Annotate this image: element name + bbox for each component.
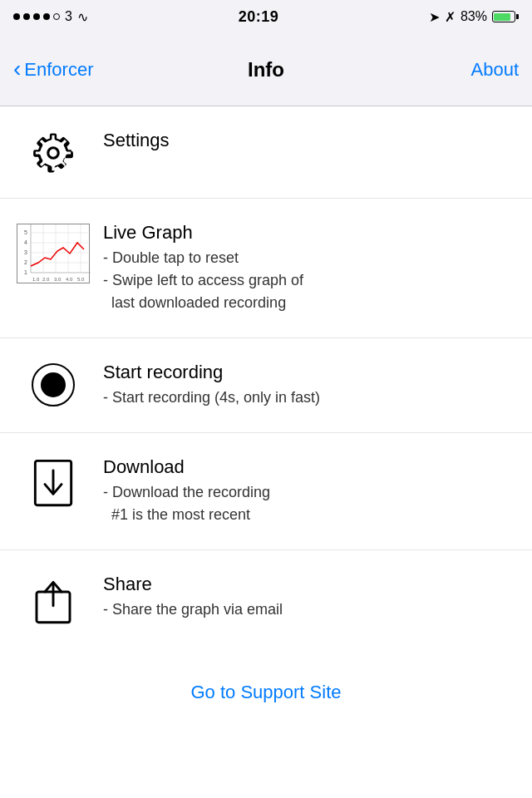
content-area: Settings (0, 106, 532, 798)
svg-text:2: 2 (24, 259, 27, 265)
nav-bar: ‹ Enforcer Info About (0, 33, 532, 106)
record-dot (41, 372, 66, 397)
live-graph-desc: - Double tap to reset- Swipe left to acc… (103, 247, 509, 314)
status-right: ➤ ✗ 83% (429, 9, 519, 25)
settings-section: Settings (0, 106, 532, 199)
battery-icon (492, 11, 519, 22)
graph-icon: 5 4 3 2 1 1.0 2.0 3.0 4.0 5.0 (23, 224, 83, 283)
signal-dot-4 (43, 13, 50, 20)
bluetooth-icon: ✗ (445, 9, 456, 25)
record-button-icon (32, 363, 75, 406)
status-bar: 3 ∿ 20:19 ➤ ✗ 83% (0, 0, 532, 33)
live-graph-title: Live Graph (103, 222, 509, 244)
carrier-label: 3 (65, 9, 72, 24)
battery-fill (494, 13, 510, 21)
live-graph-text: Live Graph - Double tap to reset- Swipe … (103, 222, 509, 314)
support-section: Go to Support Site (0, 648, 532, 736)
svg-text:5: 5 (24, 229, 27, 235)
signal-dot-5 (53, 13, 60, 20)
svg-text:5.0: 5.0 (77, 277, 85, 282)
wifi-icon: ∿ (77, 9, 88, 25)
support-site-link[interactable]: Go to Support Site (191, 682, 342, 702)
svg-text:3.0: 3.0 (54, 277, 62, 282)
svg-text:3: 3 (24, 249, 27, 255)
clock: 20:19 (239, 8, 279, 26)
graph-thumbnail: 5 4 3 2 1 1.0 2.0 3.0 4.0 5.0 (17, 224, 90, 283)
settings-title: Settings (103, 130, 509, 151)
signal-dot-1 (13, 13, 20, 20)
gear-icon (23, 131, 83, 175)
settings-text: Settings (103, 130, 509, 155)
start-recording-title: Start recording (103, 362, 509, 383)
svg-text:4: 4 (24, 239, 27, 245)
signal-dots (13, 13, 60, 20)
share-icon (23, 575, 83, 625)
start-recording-desc: - Start recording (4s, only in fast) (103, 387, 509, 409)
location-icon: ➤ (429, 9, 440, 25)
battery-tip (516, 14, 519, 19)
download-section: Download - Download the recording #1 is … (0, 433, 532, 550)
status-left: 3 ∿ (13, 9, 88, 25)
record-icon (23, 363, 83, 406)
download-desc: - Download the recording #1 is the most … (103, 481, 509, 526)
svg-text:4.0: 4.0 (66, 277, 73, 282)
page-title: Info (248, 58, 284, 81)
share-title: Share (103, 574, 509, 595)
live-graph-section: 5 4 3 2 1 1.0 2.0 3.0 4.0 5.0 Live Graph (0, 199, 532, 338)
download-text: Download - Download the recording #1 is … (103, 456, 509, 526)
start-recording-section: Start recording - Start recording (4s, o… (0, 338, 532, 433)
battery-body (492, 11, 515, 22)
svg-text:1.0: 1.0 (32, 277, 40, 282)
about-button[interactable]: About (471, 59, 520, 81)
back-button[interactable]: ‹ Enforcer (13, 59, 93, 81)
svg-text:2.0: 2.0 (42, 277, 50, 282)
share-desc: - Share the graph via email (103, 598, 509, 621)
share-text: Share - Share the graph via email (103, 574, 509, 621)
download-title: Download (103, 456, 509, 478)
battery-percent: 83% (461, 9, 487, 24)
signal-dot-2 (23, 13, 30, 20)
svg-text:1: 1 (24, 269, 27, 275)
start-recording-text: Start recording - Start recording (4s, o… (103, 362, 509, 409)
signal-dot-3 (33, 13, 40, 20)
share-section: Share - Share the graph via email (0, 550, 532, 648)
chevron-left-icon: ‹ (13, 57, 21, 81)
back-label: Enforcer (24, 59, 93, 81)
download-icon (23, 458, 83, 508)
